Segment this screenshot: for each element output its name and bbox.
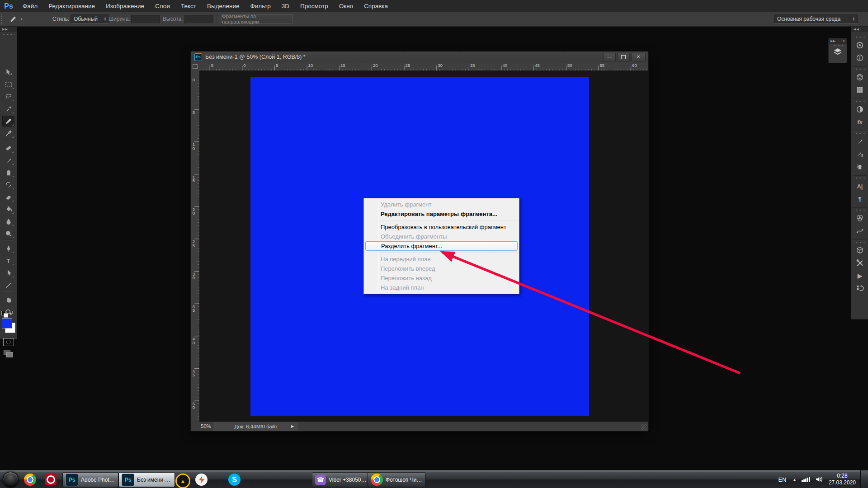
dock-collapse-icon[interactable]: ◀◀ xyxy=(851,26,868,32)
context-menu-item-convert-to-user-slice[interactable]: Преобразовать в пользовательский фрагмен… xyxy=(364,222,519,232)
panel-group-grip[interactable] xyxy=(854,68,865,70)
panel-group-grip[interactable] xyxy=(854,209,865,211)
taskbar-button-2[interactable]: PsAdobe Photosho... xyxy=(62,472,118,487)
horizontal-ruler[interactable]: 5051015202530354045505560 xyxy=(199,62,648,71)
volume-icon[interactable] xyxy=(816,476,823,483)
network-icon[interactable] xyxy=(802,477,810,482)
brush-panel-panel-icon[interactable] xyxy=(855,136,865,146)
panel-grip[interactable] xyxy=(832,45,843,47)
path-selection-tool[interactable] xyxy=(2,267,14,278)
gradient-tool[interactable] xyxy=(2,204,14,215)
zoom-level[interactable]: 50% xyxy=(201,423,211,429)
type-tool[interactable]: T xyxy=(2,255,14,266)
toolbar-grip[interactable] xyxy=(3,33,14,36)
slice-tool-icon[interactable] xyxy=(9,15,18,23)
actions-panel-icon[interactable]: ▶ xyxy=(855,271,865,281)
move-tool[interactable] xyxy=(2,67,14,78)
height-input[interactable] xyxy=(184,15,213,24)
brush-tool[interactable] xyxy=(2,155,14,166)
panel-group-grip[interactable] xyxy=(854,132,865,135)
clone-stamp-tool[interactable] xyxy=(2,167,14,178)
navigator-panel-icon[interactable] xyxy=(855,40,865,50)
pen-tool[interactable] xyxy=(2,243,14,254)
vertical-ruler[interactable]: 05101520253035404550 xyxy=(191,70,200,422)
character-panel-icon[interactable]: A| xyxy=(855,181,865,191)
tool-preset-chevron-icon[interactable]: ▼ xyxy=(20,18,23,21)
menubar-item-image[interactable]: Изображение xyxy=(100,0,150,12)
measurement-panel-icon[interactable] xyxy=(855,258,865,268)
taskbar-icon-aimp[interactable]: ▲ xyxy=(175,474,190,488)
eyedropper-tool[interactable] xyxy=(2,128,14,139)
window-resize-grip[interactable] xyxy=(641,424,647,430)
dodge-tool[interactable] xyxy=(2,228,14,239)
hidden-icons-icon[interactable]: ▲ xyxy=(793,478,797,482)
taskbar-button-3[interactable]: PsБез имени-1 @ 5... xyxy=(118,472,175,487)
minimize-button[interactable]: — xyxy=(603,53,616,61)
brush-presets-panel-icon[interactable] xyxy=(855,149,865,159)
history-panel-icon[interactable] xyxy=(855,283,865,293)
maximize-button[interactable] xyxy=(617,53,630,61)
menubar-item-window[interactable]: Окно xyxy=(334,0,359,12)
clone-source-panel-icon[interactable] xyxy=(855,162,865,172)
panel-group-grip[interactable] xyxy=(854,177,865,179)
taskbar-button-7[interactable]: ☎Viber +380506159... xyxy=(312,472,372,487)
spot-healing-brush-tool[interactable] xyxy=(2,143,14,154)
styles-panel-icon[interactable]: fx xyxy=(855,117,865,127)
menubar-item-file[interactable]: Файл xyxy=(17,0,43,12)
paragraph-panel-icon[interactable]: ¶ xyxy=(855,194,865,204)
slices-from-guides-button[interactable]: Фрагменты по направляющим xyxy=(222,14,293,24)
menubar-item-view[interactable]: Просмотр xyxy=(295,0,334,12)
menubar-item-edit[interactable]: Редактирование xyxy=(43,0,100,12)
workspace-dropdown[interactable]: Основная рабочая среда ▲▼ xyxy=(774,14,858,23)
history-brush-tool[interactable] xyxy=(2,179,14,190)
taskbar-icon-daemon-tools[interactable] xyxy=(195,474,208,486)
blur-tool[interactable] xyxy=(2,216,14,227)
panel-expand-icon[interactable]: ▶▶ xyxy=(830,38,835,44)
document-titlebar[interactable]: Ps Без имени-1 @ 50% (Слой 1, RGB/8) * —… xyxy=(191,52,648,63)
width-input[interactable] xyxy=(131,15,160,24)
style-dropdown[interactable]: Обычный ▲▼ xyxy=(71,14,109,23)
magic-wand-tool[interactable] xyxy=(2,103,14,114)
start-button[interactable] xyxy=(3,472,19,488)
lasso-tool[interactable] xyxy=(2,91,14,102)
taskbar-button-8[interactable]: Фотошоп Чиво и... xyxy=(368,472,426,487)
quick-mask-icon[interactable] xyxy=(3,338,14,346)
color-panel-icon[interactable] xyxy=(855,72,865,82)
foreground-color-swatch[interactable] xyxy=(2,318,12,328)
context-menu-item-divide-slice[interactable]: Разделить фрагмент... xyxy=(365,241,518,251)
eraser-tool[interactable] xyxy=(2,192,14,202)
adjustments-panel-icon[interactable] xyxy=(855,104,865,114)
slice-tool[interactable] xyxy=(2,116,14,127)
swatches-panel-icon[interactable] xyxy=(855,85,865,95)
document-size-info[interactable]: Док: 6,44М/0 байт xyxy=(213,422,298,431)
line-tool[interactable] xyxy=(2,280,14,291)
status-menu-arrow-icon[interactable]: ▶ xyxy=(291,424,294,428)
3d-panel-icon[interactable] xyxy=(855,245,865,255)
menubar-item-3d[interactable]: 3D xyxy=(276,0,295,12)
menubar-item-help[interactable]: Справка xyxy=(359,0,393,12)
clock[interactable]: 0:28 27.03.2020 xyxy=(829,473,856,486)
hand-tool[interactable] xyxy=(2,295,14,305)
context-menu-item-edit-slice-options[interactable]: Редактировать параметры фрагмента... xyxy=(364,209,519,219)
menubar-item-filter[interactable]: Фильтр xyxy=(245,0,276,12)
swap-colors-icon[interactable]: ⇄ xyxy=(9,310,13,315)
panel-group-grip[interactable] xyxy=(854,100,865,103)
ruler-origin[interactable] xyxy=(191,62,200,71)
panel-group-grip[interactable] xyxy=(854,241,865,244)
close-button[interactable]: ✕ xyxy=(631,53,646,61)
menubar-item-type[interactable]: Текст xyxy=(175,0,202,12)
panel-close-icon[interactable]: ✕ xyxy=(842,38,845,44)
paths-panel-icon[interactable] xyxy=(855,226,865,236)
layers-icon[interactable] xyxy=(829,47,847,56)
menubar-item-layers[interactable]: Слои xyxy=(150,0,175,12)
panel-group-grip[interactable] xyxy=(854,36,865,38)
taskbar-icon-chrome[interactable] xyxy=(24,474,36,486)
rectangular-marquee-tool[interactable] xyxy=(2,79,14,90)
toolbar-collapse-icon[interactable]: ▶▶ xyxy=(0,26,17,32)
menubar-item-select[interactable]: Выделение xyxy=(202,0,245,12)
show-desktop-button[interactable] xyxy=(860,470,868,488)
language-indicator[interactable]: EN xyxy=(778,476,786,483)
taskbar-icon-skype[interactable]: S xyxy=(228,474,241,486)
taskbar-icon-screen-capture[interactable] xyxy=(45,474,57,485)
channels-panel-icon[interactable] xyxy=(855,213,865,223)
